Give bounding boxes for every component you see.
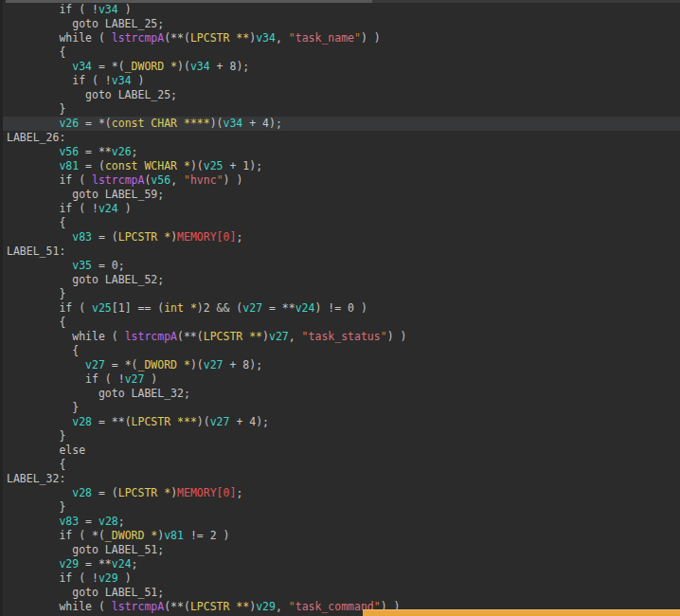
variable-token[interactable]: v25 [204, 159, 224, 172]
code-line[interactable]: if ( !v27 ) [0, 372, 680, 387]
code-line[interactable]: if ( !v34 ) [0, 3, 680, 17]
code-line[interactable]: v28 = **(LPCSTR ***)(v27 + 4); [0, 415, 680, 429]
code-line[interactable]: if ( *(_DWORD *)v81 != 2 ) [0, 529, 680, 543]
variable-token[interactable]: v29 [59, 557, 79, 571]
code-line[interactable]: if ( v25[1] == (int *)2 && (v27 = **v24)… [0, 301, 680, 316]
code-line[interactable]: goto LABEL_25; [0, 88, 680, 102]
type-token[interactable]: LPCSTR ** [204, 330, 262, 343]
code-line[interactable]: goto LABEL_51; [0, 543, 680, 557]
variable-token[interactable]: v25 [92, 301, 112, 315]
code-line[interactable]: v83 = (LPCSTR *)MEMORY[0]; [0, 230, 680, 245]
variable-token[interactable]: v83 [59, 515, 79, 528]
code-line[interactable]: if ( !v34 ) [0, 74, 680, 88]
string-quote[interactable]: " [302, 330, 309, 343]
code-line[interactable]: while ( lstrcmpA(**(LPCSTR **)v34, "task… [0, 31, 680, 45]
code-line[interactable]: LABEL_26: [0, 131, 680, 145]
function-call-token[interactable]: lstrcmpA [112, 31, 164, 45]
code-line[interactable]: LABEL_51: [0, 245, 680, 259]
code-line[interactable]: goto LABEL_51; [0, 586, 680, 600]
code-line[interactable]: if ( lstrcmpA(v56, "hvnc") ) [0, 173, 680, 188]
variable-token[interactable]: v29 [256, 600, 276, 613]
variable-token[interactable]: v28 [72, 486, 92, 499]
variable-token[interactable]: v26 [112, 145, 132, 158]
variable-token[interactable]: v81 [59, 159, 79, 172]
variable-token[interactable]: v27 [242, 301, 262, 315]
code-line[interactable]: goto LABEL_25; [0, 17, 680, 31]
code-line[interactable]: } [0, 500, 680, 515]
string-literal-token[interactable]: hvnc [190, 173, 217, 187]
current-code-line[interactable]: v26 = *(const CHAR ****)(v34 + 4); [0, 117, 680, 131]
variable-token[interactable]: v24 [112, 557, 132, 571]
type-token[interactable]: _DWORD * [105, 529, 157, 542]
code-line[interactable]: goto LABEL_52; [0, 273, 680, 287]
code-line[interactable]: v35 = 0; [0, 259, 680, 273]
string-quote[interactable]: " [217, 173, 224, 187]
variable-token[interactable]: v28 [98, 515, 118, 528]
code-line[interactable]: { [0, 45, 680, 60]
variable-token[interactable]: v28 [72, 415, 92, 428]
string-quote[interactable]: " [381, 330, 387, 343]
type-token[interactable]: int * [164, 301, 197, 315]
code-line[interactable]: v81 = (const WCHAR *)(v25 + 1); [0, 159, 680, 173]
variable-token[interactable]: v26 [59, 117, 79, 130]
code-line[interactable]: while ( lstrcmpA(**(LPCSTR **)v27, "task… [0, 330, 680, 344]
variable-token[interactable]: v24 [98, 202, 118, 215]
variable-token[interactable]: v34 [98, 3, 118, 16]
type-token[interactable]: LPCSTR * [118, 486, 170, 499]
variable-token[interactable]: v24 [295, 301, 315, 315]
string-literal-token[interactable]: task_name [295, 31, 354, 45]
variable-token[interactable]: v27 [125, 372, 145, 386]
type-token[interactable]: LPCSTR ** [190, 600, 249, 613]
variable-token[interactable]: v81 [164, 529, 184, 542]
type-token[interactable]: LPCSTR * [118, 230, 170, 244]
code-line[interactable]: goto LABEL_59; [0, 188, 680, 202]
type-token[interactable]: _DWORD * [138, 358, 190, 371]
string-literal-token[interactable]: task_status [309, 330, 381, 343]
string-quote[interactable]: " [184, 173, 190, 187]
code-line[interactable]: v56 = **v26; [0, 145, 680, 159]
variable-token[interactable]: v35 [72, 259, 92, 272]
code-line[interactable]: if ( !v24 ) [0, 202, 680, 216]
code-line[interactable]: v34 = *(_DWORD *)(v34 + 8); [0, 60, 680, 74]
variable-token[interactable]: v56 [151, 173, 170, 187]
code-line[interactable]: { [0, 216, 680, 230]
type-token[interactable]: LPCSTR *** [132, 415, 197, 428]
type-token[interactable]: const WCHAR * [105, 159, 190, 172]
code-line[interactable]: v28 = (LPCSTR *)MEMORY[0]; [0, 486, 680, 500]
variable-token[interactable]: v83 [72, 230, 92, 244]
variable-token[interactable]: v29 [98, 571, 118, 585]
code-line[interactable]: } [0, 102, 680, 117]
string-quote[interactable]: " [289, 31, 295, 45]
variable-token[interactable]: v34 [190, 60, 210, 73]
code-line[interactable]: } [0, 401, 680, 415]
horizontal-scrollbar-thumb[interactable] [363, 609, 680, 616]
code-line[interactable]: { [0, 458, 680, 472]
variable-token[interactable]: v56 [59, 145, 79, 158]
variable-token[interactable]: v27 [269, 330, 289, 343]
type-token[interactable]: _DWORD * [125, 60, 177, 73]
memory-reference-token[interactable]: MEMORY[0] [177, 486, 236, 499]
code-line[interactable]: v83 = v28; [0, 515, 680, 529]
variable-token[interactable]: v34 [72, 60, 92, 73]
variable-token[interactable]: v27 [85, 358, 105, 371]
variable-token[interactable]: v34 [112, 74, 132, 87]
string-quote[interactable]: " [289, 600, 295, 613]
function-call-token[interactable]: lstrcmpA [125, 330, 177, 343]
variable-token[interactable]: v27 [204, 358, 224, 371]
type-token[interactable]: LPCSTR ** [190, 31, 249, 45]
type-token[interactable]: const CHAR **** [112, 117, 210, 130]
code-line[interactable]: v27 = *(_DWORD *)(v27 + 8); [0, 358, 680, 372]
variable-token[interactable]: v34 [224, 117, 243, 130]
code-line[interactable]: if ( !v29 ) [0, 571, 680, 586]
memory-reference-token[interactable]: MEMORY[0] [177, 230, 236, 244]
code-line[interactable]: goto LABEL_32; [0, 387, 680, 401]
string-quote[interactable]: " [354, 31, 361, 45]
pseudocode-view[interactable]: if ( !v34 ) goto LABEL_25; while ( lstrc… [0, 0, 680, 616]
code-line[interactable]: } [0, 429, 680, 444]
code-line[interactable]: else [0, 444, 680, 458]
variable-token[interactable]: v27 [210, 415, 230, 428]
code-line[interactable]: v29 = **v24; [0, 557, 680, 571]
variable-token[interactable]: v34 [256, 31, 276, 45]
code-line[interactable]: LABEL_32: [0, 472, 680, 486]
function-call-token[interactable]: lstrcmpA [112, 600, 164, 613]
